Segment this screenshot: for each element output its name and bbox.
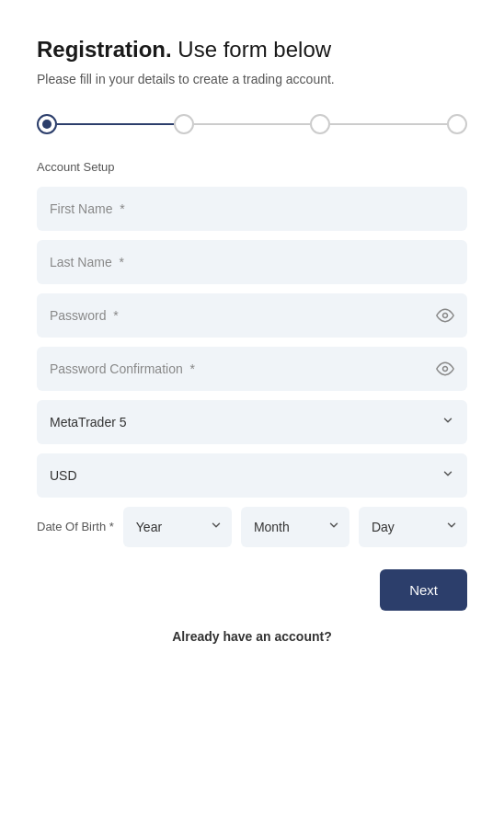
currency-group: USD EUR GBP: [37, 453, 467, 498]
year-select[interactable]: Year: [123, 507, 232, 547]
password-group: [37, 293, 467, 338]
last-name-input[interactable]: [37, 240, 467, 284]
currency-select[interactable]: USD EUR GBP: [37, 453, 467, 498]
svg-point-1: [443, 367, 448, 372]
password-input[interactable]: [37, 293, 467, 338]
section-label: Account Setup: [37, 160, 467, 174]
last-name-group: [37, 240, 467, 284]
page-subtitle: Please fill in your details to create a …: [37, 72, 467, 86]
password-confirm-group: [37, 347, 467, 391]
step-line-3: [330, 123, 447, 125]
password-confirm-eye-icon[interactable]: [436, 360, 454, 378]
metatrader-group: MetaTrader 5 MetaTrader 4: [37, 400, 467, 444]
first-name-group: [37, 187, 467, 231]
step-line-1: [57, 123, 174, 125]
day-select[interactable]: Day: [359, 507, 467, 547]
month-select[interactable]: Month: [241, 507, 349, 547]
svg-point-0: [443, 314, 448, 318]
month-group: Month: [241, 507, 349, 547]
day-group: Day: [359, 507, 467, 547]
step-line-2: [194, 123, 311, 125]
next-btn-row: Next: [37, 569, 467, 611]
dob-row: Date Of Birth * Year Month Day: [37, 507, 467, 547]
metatrader-select[interactable]: MetaTrader 5 MetaTrader 4: [37, 400, 467, 444]
step-1: [37, 114, 57, 134]
step-2: [174, 114, 194, 134]
page-title: Registration. Use form below: [37, 37, 467, 63]
year-group: Year: [123, 507, 232, 547]
first-name-input[interactable]: [37, 187, 467, 231]
progress-stepper: [37, 114, 467, 134]
password-confirm-input[interactable]: [37, 347, 467, 391]
next-button[interactable]: Next: [380, 569, 467, 611]
password-eye-icon[interactable]: [436, 306, 454, 325]
already-account-text: Already have an account?: [37, 629, 467, 644]
dob-label: Date Of Birth *: [37, 520, 114, 535]
step-4: [447, 114, 467, 134]
step-3: [310, 114, 330, 134]
